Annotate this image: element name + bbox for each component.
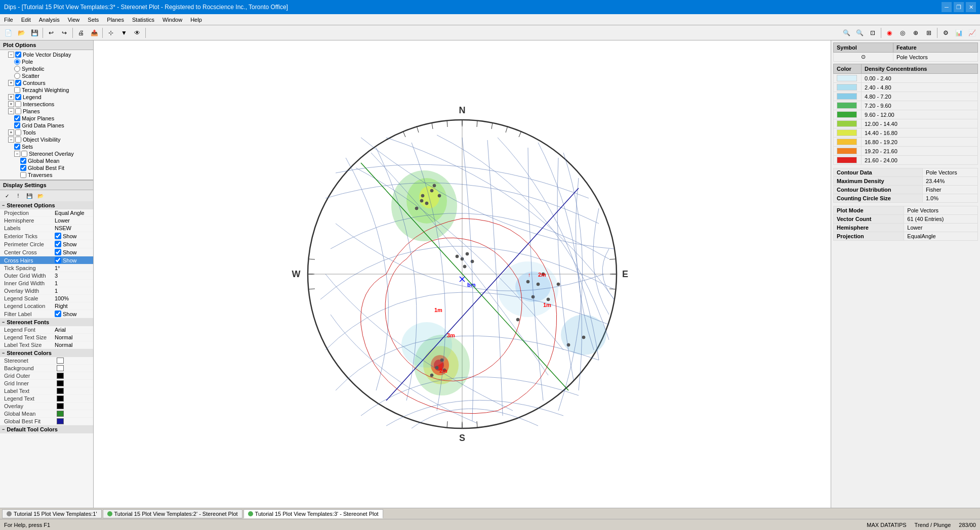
menu-edit[interactable]: Edit xyxy=(17,14,35,25)
expand-planes[interactable]: − xyxy=(8,108,14,114)
swatch-stereonet[interactable] xyxy=(57,358,64,364)
tb-zoom-out[interactable]: 🔍 xyxy=(853,27,866,39)
minimize-button[interactable]: ─ xyxy=(942,2,952,12)
stereonet-colors-group[interactable]: − Stereonet Colors xyxy=(0,349,93,357)
tree-terzaghi[interactable]: Terzaghi Weighting xyxy=(0,86,93,94)
check-grid-data-planes[interactable] xyxy=(14,122,20,128)
tb-new[interactable]: 📄 xyxy=(2,27,14,39)
check-perimeter-circle[interactable] xyxy=(55,241,61,247)
default-tool-colors-group[interactable]: − Default Tool Colors xyxy=(0,425,93,433)
expand-contours[interactable]: + xyxy=(8,80,14,86)
tree-major-planes[interactable]: Major Planes xyxy=(0,115,93,122)
tree-global-best-fit[interactable]: Global Best Fit xyxy=(0,164,93,171)
menu-window[interactable]: Window xyxy=(158,14,186,25)
tab-2[interactable]: Tutorial 15 Plot View Templates:2' - Ste… xyxy=(103,509,242,518)
check-obj-vis[interactable] xyxy=(15,137,21,143)
menu-sets[interactable]: Sets xyxy=(84,14,103,25)
tb-planes[interactable]: ⊞ xyxy=(923,27,935,39)
tree-traverses[interactable]: Traverses xyxy=(0,171,93,179)
expand-intersections[interactable]: + xyxy=(8,101,14,107)
tb-undo[interactable]: ↩ xyxy=(45,27,57,39)
tree-global-mean[interactable]: Global Mean xyxy=(0,157,93,164)
swatch-grid-inner[interactable] xyxy=(57,380,64,386)
menu-statistics[interactable]: Statistics xyxy=(128,14,158,25)
tab-1[interactable]: Tutorial 15 Plot View Templates:1' xyxy=(2,509,102,518)
tb-save[interactable]: 💾 xyxy=(28,27,40,39)
check-global-mean[interactable] xyxy=(20,158,26,164)
swatch-background[interactable] xyxy=(57,365,64,371)
check-cross-hairs[interactable] xyxy=(55,257,61,263)
tb-settings1[interactable]: ⚙ xyxy=(940,27,952,39)
tree-scatter[interactable]: Scatter xyxy=(0,72,93,79)
tb-sets[interactable]: ⊕ xyxy=(910,27,922,39)
stereonet-fonts-group[interactable]: − Stereonet Fonts xyxy=(0,318,93,326)
tb-contours[interactable]: ◉ xyxy=(883,27,895,39)
check-intersections[interactable] xyxy=(15,101,21,107)
close-button[interactable]: ✕ xyxy=(966,2,976,12)
menu-help[interactable]: Help xyxy=(186,14,206,25)
tree-tools[interactable]: + Tools xyxy=(0,129,93,136)
settings-load-btn[interactable]: 📂 xyxy=(35,191,46,200)
expand-pole-vector[interactable]: − xyxy=(8,52,14,58)
tb-zoom-fit[interactable]: ⊡ xyxy=(867,27,879,39)
menu-planes[interactable]: Planes xyxy=(103,14,128,25)
tree-grid-data-planes[interactable]: Grid Data Planes xyxy=(0,122,93,129)
stereonet-options-group[interactable]: − Stereonet Options xyxy=(0,201,93,209)
check-traverses[interactable] xyxy=(20,172,26,178)
check-exterior-ticks[interactable] xyxy=(55,233,61,239)
tree-legend[interactable]: + Legend xyxy=(0,94,93,101)
tb-zoom-in[interactable]: 🔍 xyxy=(840,27,852,39)
tree-planes[interactable]: − Planes xyxy=(0,108,93,115)
tb-filter[interactable]: ▼ xyxy=(118,27,130,39)
menu-analysis[interactable]: Analysis xyxy=(35,14,64,25)
check-tools[interactable] xyxy=(15,129,21,136)
expand-obj-vis[interactable]: − xyxy=(8,137,14,143)
radio-scatter[interactable] xyxy=(14,73,20,79)
check-planes[interactable] xyxy=(15,108,21,114)
check-pole-vector[interactable] xyxy=(15,52,21,58)
tb-poles[interactable]: ◎ xyxy=(896,27,909,39)
tree-pole-vector-display[interactable]: − Pole Vector Display xyxy=(0,51,93,58)
swatch-global-best-fit[interactable] xyxy=(57,418,64,424)
check-major-planes[interactable] xyxy=(14,115,20,121)
tb-view[interactable]: 👁 xyxy=(131,27,143,39)
tb-export[interactable]: 📤 xyxy=(88,27,100,39)
check-terzaghi[interactable] xyxy=(14,87,20,93)
radio-symbolic[interactable] xyxy=(14,66,20,72)
check-contours[interactable] xyxy=(15,80,21,86)
check-global-best-fit[interactable] xyxy=(20,165,26,171)
check-legend[interactable] xyxy=(15,94,21,100)
tb-settings3[interactable]: 📈 xyxy=(966,27,978,39)
tree-sets[interactable]: Sets xyxy=(0,143,93,150)
tree-stereonet-overlay[interactable]: − Stereonet Overlay xyxy=(0,150,93,157)
swatch-overlay[interactable] xyxy=(57,403,64,409)
expand-stereonet-overlay[interactable]: − xyxy=(14,151,20,157)
check-center-cross[interactable] xyxy=(55,249,61,255)
swatch-label-text[interactable] xyxy=(57,388,64,394)
expand-legend[interactable]: + xyxy=(8,94,14,100)
tree-contours[interactable]: + Contours xyxy=(0,79,93,86)
swatch-global-mean[interactable] xyxy=(57,411,64,417)
check-filter-label[interactable] xyxy=(55,311,61,317)
expand-tools[interactable]: + xyxy=(8,129,14,136)
tree-symbolic[interactable]: Symbolic xyxy=(0,65,93,72)
tree-intersections[interactable]: + Intersections xyxy=(0,101,93,108)
tab-3[interactable]: Tutorial 15 Plot View Templates:3' - Ste… xyxy=(243,509,383,518)
settings-check-btn[interactable]: ✓ xyxy=(2,191,12,200)
tb-open[interactable]: 📂 xyxy=(15,27,27,39)
settings-save-btn[interactable]: 💾 xyxy=(24,191,34,200)
tb-settings2[interactable]: 📊 xyxy=(953,27,965,39)
tb-print[interactable]: 🖨 xyxy=(75,27,87,39)
tb-select[interactable]: ⊹ xyxy=(105,27,117,39)
swatch-legend-text[interactable] xyxy=(57,395,64,402)
tb-redo[interactable]: ↪ xyxy=(58,27,70,39)
tree-object-visibility[interactable]: − Object Visibility xyxy=(0,136,93,143)
radio-pole[interactable] xyxy=(14,59,20,65)
settings-warn-btn[interactable]: ! xyxy=(13,191,23,200)
restore-button[interactable]: ❐ xyxy=(954,2,964,12)
swatch-grid-outer[interactable] xyxy=(57,373,64,379)
row-cross-hairs[interactable]: Cross Hairs Show xyxy=(0,256,93,264)
check-stereonet-overlay[interactable] xyxy=(21,151,27,157)
tree-pole[interactable]: Pole xyxy=(0,58,93,65)
check-sets[interactable] xyxy=(14,144,20,150)
